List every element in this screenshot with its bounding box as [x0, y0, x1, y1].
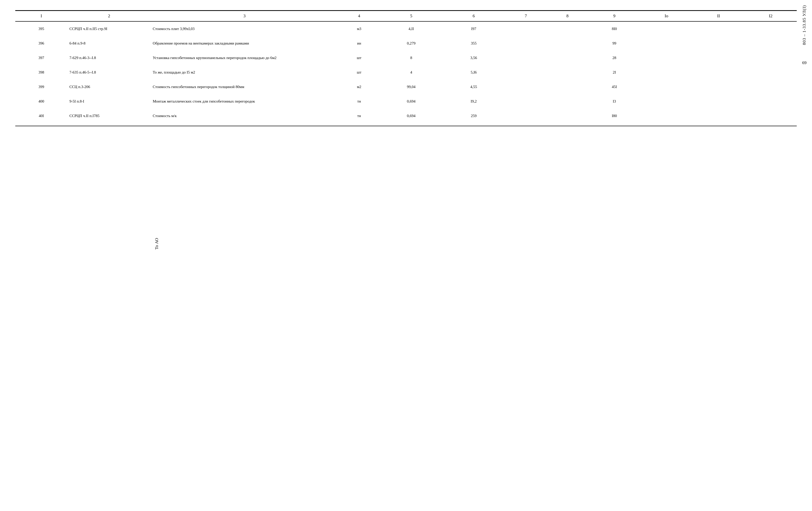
row-396-col8: [547, 34, 588, 48]
row-397-col2: 7-629 п.46-3--I.8: [67, 48, 151, 63]
header-col-4: 4: [338, 11, 380, 22]
bottom-border: [15, 126, 797, 126]
row-395-col8: [547, 21, 588, 34]
row-401-col9: I80: [588, 106, 640, 121]
row-401-col8: [547, 106, 588, 121]
row-397-col7: [505, 48, 547, 63]
row-400-col9: I3: [588, 92, 640, 106]
row-400-id: 400: [15, 92, 67, 106]
row-398-col8: [547, 63, 588, 77]
row-399-col3: Стоимость гипсобетонных перегородок толщ…: [151, 77, 338, 92]
table-row: 399 ССЦ п.3-206 Стоимость гипсобетонных …: [15, 77, 797, 92]
row-398-col5: 4: [380, 63, 443, 77]
row-399-col4: м2: [338, 77, 380, 92]
row-395-col4: м3: [338, 21, 380, 34]
row-395-col12: [745, 21, 797, 34]
row-395-col5: 4,II: [380, 21, 443, 34]
row-396-col12: [745, 34, 797, 48]
row-396-col2: 6-84 п.9-8: [67, 34, 151, 48]
row-395-col2: ССРЦП ч.II п.II5 стр.9I: [67, 21, 151, 34]
row-395-col6: I97: [442, 21, 505, 34]
to-ao-label: То АО: [154, 238, 160, 250]
row-396-col11: [693, 34, 745, 48]
header-col-11: II: [693, 11, 745, 22]
row-399-col6: 4,55: [442, 77, 505, 92]
row-396-col10: [640, 34, 693, 48]
row-396-col4: ин: [338, 34, 380, 48]
header-col-10: Io: [640, 11, 693, 22]
row-396-col3: Обрамление проемов на венткамерах заклад…: [151, 34, 338, 48]
row-396-col5: 0,279: [380, 34, 443, 48]
row-398-col11: [693, 63, 745, 77]
row-399-id: 399: [15, 77, 67, 92]
header-col-6: 6: [442, 11, 505, 22]
row-396-col7: [505, 34, 547, 48]
table-row: 396 6-84 п.9-8 Обрамление проемов на вен…: [15, 34, 797, 48]
header-col-7: 7: [505, 11, 547, 22]
row-398-col2: 7-635 п.46-5--I.8: [67, 63, 151, 77]
row-401-col5: 0,694: [380, 106, 443, 121]
row-396-col6: 355: [442, 34, 505, 48]
row-397-col5: 8: [380, 48, 443, 63]
row-400-col3: Монтаж металлических стоек для гипсобето…: [151, 92, 338, 106]
row-400-col7: [505, 92, 547, 106]
row-397-col10: [640, 48, 693, 63]
row-400-col12: [745, 92, 797, 106]
row-400-col11: [693, 92, 745, 106]
header-col-8: 8: [547, 11, 588, 22]
row-397-col3: Установка гипсобетонных крупнопанельных …: [151, 48, 338, 63]
row-401-col11: [693, 106, 745, 121]
row-400-col8: [547, 92, 588, 106]
row-399-col10: [640, 77, 693, 92]
row-398-id: 398: [15, 63, 67, 77]
row-401-col2: ССРЦП ч.II п.I785: [67, 106, 151, 121]
header-col-1: I: [15, 11, 67, 22]
row-398-col3: То же, площадью до I5 м2: [151, 63, 338, 77]
row-395-col9: 8I0: [588, 21, 640, 34]
row-399-col7: [505, 77, 547, 92]
row-397-col12: [745, 48, 797, 63]
row-399-col11: [693, 77, 745, 92]
row-399-col5: 99,04: [380, 77, 443, 92]
row-400-col5: 0,694: [380, 92, 443, 106]
row-397-col8: [547, 48, 588, 63]
row-401-id: 40I: [15, 106, 67, 121]
row-395-col7: [505, 21, 547, 34]
header-col-9: 9: [588, 11, 640, 22]
row-401-col7: [505, 106, 547, 121]
row-400-col4: тн: [338, 92, 380, 106]
row-398-col6: 5,I6: [442, 63, 505, 77]
row-396-col9: 99: [588, 34, 640, 48]
header-col-2: 2: [67, 11, 151, 22]
row-399-col8: [547, 77, 588, 92]
row-396-id: 396: [15, 34, 67, 48]
table-row: 398 7-635 п.46-5--I.8 То же, площадью до…: [15, 63, 797, 77]
header-row: I 2 3 4 5 6 7 8 9 Io II I2: [15, 11, 797, 22]
row-395-id: 395: [15, 21, 67, 34]
row-401-col3: Стоимость м/к: [151, 106, 338, 121]
row-399-col2: ССЦ п.3-206: [67, 77, 151, 92]
side-page-number: 69: [802, 60, 807, 65]
table-wrapper: I 2 3 4 5 6 7 8 9 Io II I2 395: [15, 10, 797, 126]
table-row: 40I ССРЦП ч.II п.I785 Стоимость м/к тн 0…: [15, 106, 797, 121]
side-text-container: 803 – 1-33.85 УЛ(I) 69: [799, 0, 809, 511]
row-397-col6: 3,56: [442, 48, 505, 63]
row-399-col12: [745, 77, 797, 92]
table-row: 395 ССРЦП ч.II п.II5 стр.9I Стоимость пл…: [15, 21, 797, 34]
table-row: 400 9-5I п.8-I Монтаж металлических стое…: [15, 92, 797, 106]
header-col-12: I2: [745, 11, 797, 22]
row-398-col4: шт: [338, 63, 380, 77]
header-col-5: 5: [380, 11, 443, 22]
row-397-col9: 28: [588, 48, 640, 63]
row-397-id: 397: [15, 48, 67, 63]
row-401-col10: [640, 106, 693, 121]
page-container: I 2 3 4 5 6 7 8 9 Io II I2 395: [0, 0, 812, 511]
row-395-col11: [693, 21, 745, 34]
row-398-col7: [505, 63, 547, 77]
row-395-col10: [640, 21, 693, 34]
row-401-col4: тн: [338, 106, 380, 121]
row-398-col10: [640, 63, 693, 77]
row-400-col6: I9,2: [442, 92, 505, 106]
side-document-code: 803 – 1-33.85 УЛ(I): [802, 5, 807, 45]
row-399-col9: 45I: [588, 77, 640, 92]
